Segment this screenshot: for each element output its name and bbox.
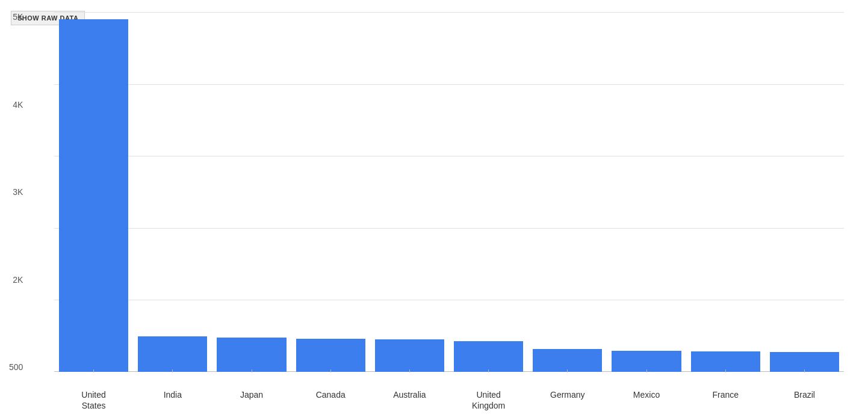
bar-group-france <box>686 12 765 372</box>
x-axis-labels: UnitedStates India Japan Canada Australi… <box>54 384 844 411</box>
y-label-500: 500 <box>9 362 23 372</box>
bar-united-states <box>59 19 128 372</box>
tick-10 <box>765 369 844 372</box>
bar-mexico <box>612 351 681 372</box>
x-label-united-kingdom: UnitedKingdom <box>449 384 528 411</box>
tick-marks <box>54 369 844 372</box>
bar-group-brazil <box>765 12 844 372</box>
bar-group-mexico <box>607 12 686 372</box>
tick-3 <box>212 369 291 372</box>
tick-7 <box>528 369 607 372</box>
x-label-germany: Germany <box>528 384 607 400</box>
y-label-2k: 2K <box>13 275 23 285</box>
bar-australia <box>375 339 444 372</box>
y-label-4k: 4K <box>13 100 23 110</box>
x-label-united-states: UnitedStates <box>54 384 133 411</box>
bar-group-germany <box>528 12 607 372</box>
bar-united-kingdom <box>454 341 523 372</box>
x-label-brazil: Brazil <box>765 384 844 400</box>
bar-group-india <box>133 12 212 372</box>
x-label-india: India <box>133 384 212 400</box>
x-label-france: France <box>686 384 765 400</box>
tick-8 <box>607 369 686 372</box>
bar-group-united-kingdom <box>449 12 528 372</box>
bar-group-australia <box>370 12 449 372</box>
y-axis: 5K 4K 3K 2K 500 <box>9 12 23 372</box>
bars-wrapper <box>54 12 844 372</box>
tick-4 <box>291 369 370 372</box>
tick-9 <box>686 369 765 372</box>
bar-germany <box>533 349 602 372</box>
tick-5 <box>370 369 449 372</box>
bar-group-japan <box>212 12 291 372</box>
x-label-australia: Australia <box>370 384 449 400</box>
x-label-japan: Japan <box>212 384 291 400</box>
tick-6 <box>449 369 528 372</box>
tick-2 <box>133 369 212 372</box>
bar-canada <box>296 339 365 372</box>
bar-india <box>138 336 207 372</box>
bar-group-united-states <box>54 12 133 372</box>
bar-group-canada <box>291 12 370 372</box>
bar-japan <box>217 338 286 372</box>
chart-area: 5K 4K 3K 2K 500 <box>54 12 844 372</box>
bar-france <box>691 351 760 372</box>
y-label-5k: 5K <box>13 12 23 22</box>
chart-container: SHOW RAW DATA 5K 4K 3K 2K 500 <box>0 0 868 420</box>
tick-1 <box>54 369 133 372</box>
y-label-3k: 3K <box>13 187 23 197</box>
x-label-mexico: Mexico <box>607 384 686 400</box>
x-label-canada: Canada <box>291 384 370 400</box>
